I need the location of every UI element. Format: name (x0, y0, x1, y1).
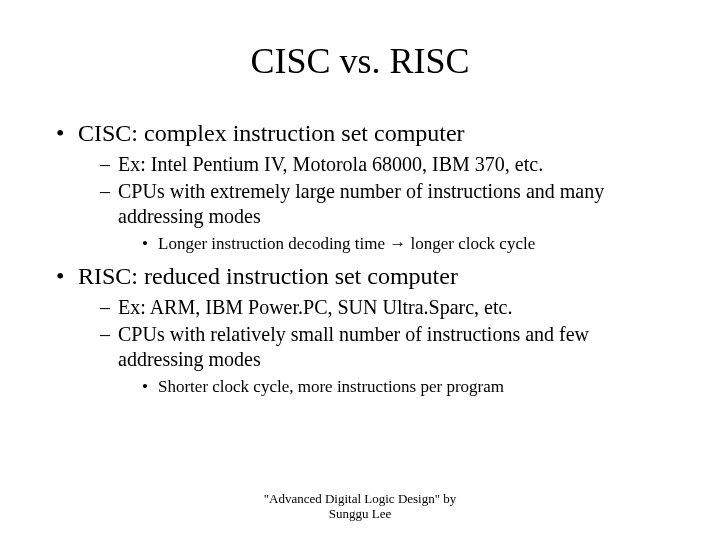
item-text: Ex: ARM, IBM Power.PC, SUN Ultra.Sparc, … (118, 296, 512, 318)
item-text: Ex: Intel Pentium IV, Motorola 68000, IB… (118, 153, 543, 175)
item-text-suffix: longer clock cycle (406, 234, 535, 253)
list-item: CPUs with relatively small number of ins… (100, 322, 670, 398)
item-text-prefix: Longer instruction decoding time (158, 234, 389, 253)
bullet-list: CISC: complex instruction set computer E… (50, 118, 670, 398)
list-item: CPUs with extremely large number of inst… (100, 179, 670, 255)
list-item: RISC: reduced instruction set computer E… (50, 261, 670, 398)
list-item: CISC: complex instruction set computer E… (50, 118, 670, 255)
sub-list: Ex: ARM, IBM Power.PC, SUN Ultra.Sparc, … (78, 295, 670, 398)
item-text: CPUs with relatively small number of ins… (118, 323, 589, 370)
item-text: Shorter clock cycle, more instructions p… (158, 377, 504, 396)
item-text: CPUs with extremely large number of inst… (118, 180, 604, 227)
sub-sub-list: Longer instruction decoding time → longe… (118, 233, 670, 255)
list-item: Ex: Intel Pentium IV, Motorola 68000, IB… (100, 152, 670, 177)
list-item: Ex: ARM, IBM Power.PC, SUN Ultra.Sparc, … (100, 295, 670, 320)
slide-title: CISC vs. RISC (50, 40, 670, 82)
list-item: Longer instruction decoding time → longe… (142, 233, 670, 255)
sub-sub-list: Shorter clock cycle, more instructions p… (118, 376, 670, 398)
slide-footer: "Advanced Digital Logic Design" by Sungg… (0, 491, 720, 522)
item-text: RISC: reduced instruction set computer (78, 263, 458, 289)
list-item: Shorter clock cycle, more instructions p… (142, 376, 670, 398)
arrow-icon: → (389, 234, 406, 253)
item-text: CISC: complex instruction set computer (78, 120, 465, 146)
footer-line: Sunggu Lee (0, 506, 720, 522)
footer-line: "Advanced Digital Logic Design" by (0, 491, 720, 507)
sub-list: Ex: Intel Pentium IV, Motorola 68000, IB… (78, 152, 670, 255)
